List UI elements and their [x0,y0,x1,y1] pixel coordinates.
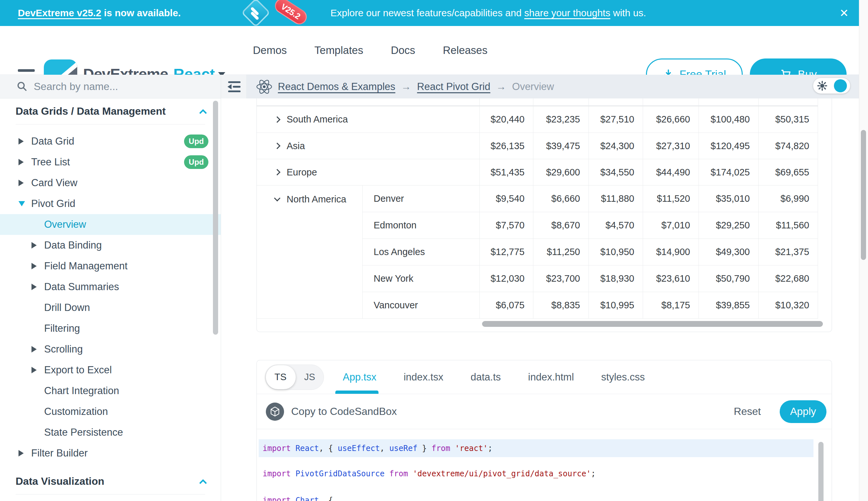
code-scrollbar-thumb[interactable] [818,442,824,501]
sidebar-item-overview[interactable]: Overview [0,214,221,235]
pivot-row-header-vancouver: Vancouver [363,292,480,319]
ts-js-switch[interactable]: TS JS [265,364,324,390]
nav-templates[interactable]: Templates [315,44,363,56]
sidebar-item-pivot-grid[interactable]: Pivot Grid [0,193,221,214]
pivot-cell: $27,310 [643,133,699,159]
triangle-right-icon [19,159,24,166]
search-input[interactable] [34,81,189,93]
banner-close-icon[interactable]: ✕ [839,0,849,26]
main-nav: Demos Templates Docs Releases [253,26,487,75]
pivot-row-header-north-america[interactable]: North America [257,185,363,319]
sun-icon [817,80,828,91]
pivot-grid-demo-card: South America $20,440 $23,235 $27,510 $2… [256,98,832,332]
pivot-cell: $120,495 [699,133,759,159]
banner-release-link[interactable]: DevExtreme v25.2 [18,8,101,19]
devextreme-diamond-logo-icon [241,0,271,27]
divider [15,124,205,125]
sidebar-item-data-grid[interactable]: Data GridUpd [0,131,221,152]
pivot-cell: $49,300 [699,239,759,265]
pivot-cell: $44,490 [643,159,699,185]
sidebar-item-filtering[interactable]: Filtering [0,318,221,339]
tab-index-tsx[interactable]: index.tsx [395,371,451,383]
reset-button[interactable]: Reset [734,405,761,417]
tab-app-tsx[interactable]: App.tsx [334,371,385,383]
breadcrumb-pivot-grid-link[interactable]: React Pivot Grid [417,81,491,93]
sidebar-item-data-summaries[interactable]: Data Summaries [0,277,221,297]
theme-toggle[interactable] [813,78,850,94]
code-toolbar-row: Copy to CodeSandBox Reset Apply [257,394,832,429]
sidebar-scrollbar-thumb[interactable] [213,101,218,335]
sidebar-section-data-visualization[interactable]: Data Visualization [0,472,221,490]
pivot-cell: $7,570 [480,212,533,239]
sidebar-item-chart-integration[interactable]: Chart Integration [0,381,221,401]
sidebar-item-card-view[interactable]: Card View [0,172,221,193]
pivot-cell: $69,655 [759,159,818,185]
theme-toggle-knob[interactable] [834,79,847,92]
switch-ts-label[interactable]: TS [265,365,296,390]
pivot-row-header-south-america[interactable]: South America [257,106,480,133]
breadcrumb-separator: → [401,81,411,93]
sidebar-item-field-management[interactable]: Field Management [0,256,221,277]
nav-docs[interactable]: Docs [391,44,415,56]
sidebar-item-scrolling[interactable]: Scrolling [0,339,221,360]
pivot-cell: $11,520 [643,185,699,212]
share-your-thoughts-link[interactable]: share your thoughts [524,8,610,19]
pivot-row-header-asia[interactable]: Asia [257,133,480,159]
pivot-cell: $10,995 [589,292,643,319]
breadcrumb-demos-link[interactable]: React Demos & Examples [278,81,395,93]
triangle-right-icon [32,263,37,269]
switch-js-label[interactable]: JS [296,365,323,390]
app-header: JS DevExtreme React by DevExpress Demos … [0,26,868,75]
pivot-cell: $18,930 [589,265,643,292]
pivot-cell: $29,600 [533,159,589,185]
chevron-right-icon [274,143,281,149]
triangle-down-icon [19,201,25,206]
tab-styles-css[interactable]: styles.css [593,371,653,383]
react-icon [256,79,273,95]
banner-message: Explore our newest features/capabilities… [330,0,646,26]
pivot-cell: $8,175 [643,292,699,319]
pivot-cell: $10,950 [589,239,643,265]
pivot-cell: $50,315 [759,106,818,133]
sidebar-item-tree-list[interactable]: Tree ListUpd [0,152,221,172]
apply-button[interactable]: Apply [780,400,826,423]
triangle-right-icon [19,180,24,186]
chevron-right-icon [274,116,281,123]
pivot-cell: $26,135 [480,133,533,159]
sidebar-item-export-to-excel[interactable]: Export to Excel [0,360,221,381]
pivot-cell: $11,560 [759,212,818,239]
tab-data-ts[interactable]: data.ts [462,371,509,383]
nav-releases[interactable]: Releases [443,44,487,56]
page-scrollbar-thumb[interactable] [861,130,866,260]
sidebar-item-drill-down[interactable]: Drill Down [0,297,221,318]
pivot-cell: $6,990 [759,185,818,212]
pivot-cell: $39,855 [699,292,759,319]
pivot-cell: $35,010 [699,185,759,212]
pivot-cell: $11,880 [589,185,643,212]
pivot-cell: $14,900 [643,239,699,265]
pivot-row-header-denver: Denver [363,185,480,212]
pivot-cell: $29,250 [699,212,759,239]
pivot-row-header-europe[interactable]: Europe [257,159,480,185]
sidebar-section-data-grids[interactable]: Data Grids / Data Management [0,102,221,120]
code-editor: import React, { useEffect, useRef } from… [257,429,832,501]
pivot-cell: $22,680 [759,265,818,292]
code-line-3: import Chart, { [259,491,813,501]
tab-index-html[interactable]: index.html [520,371,582,383]
pivot-cell: $12,030 [480,265,533,292]
pivot-cell: $27,510 [589,106,643,133]
code-panel-card: TS JS App.tsx index.tsx data.ts index.ht… [256,360,832,501]
collapse-demo-panel-button[interactable] [221,75,247,98]
sidebar-item-data-binding[interactable]: Data Binding [0,235,221,256]
sidebar-item-state-persistence[interactable]: State Persistence [0,422,221,443]
collapse-panel-icon [226,80,241,93]
sidebar: Data Grids / Data Management Data GridUp… [0,75,221,501]
sidebar-item-filter-builder[interactable]: Filter Builder [0,443,221,463]
nav-demos[interactable]: Demos [253,44,287,56]
horizontal-scrollbar-thumb[interactable] [482,321,823,327]
sidebar-search [0,75,221,98]
pivot-cell: $8,835 [533,292,589,319]
copy-to-codesandbox-button[interactable]: Copy to CodeSandBox [266,403,397,421]
sidebar-item-customization[interactable]: Customization [0,401,221,422]
active-tab-indicator [335,391,378,394]
